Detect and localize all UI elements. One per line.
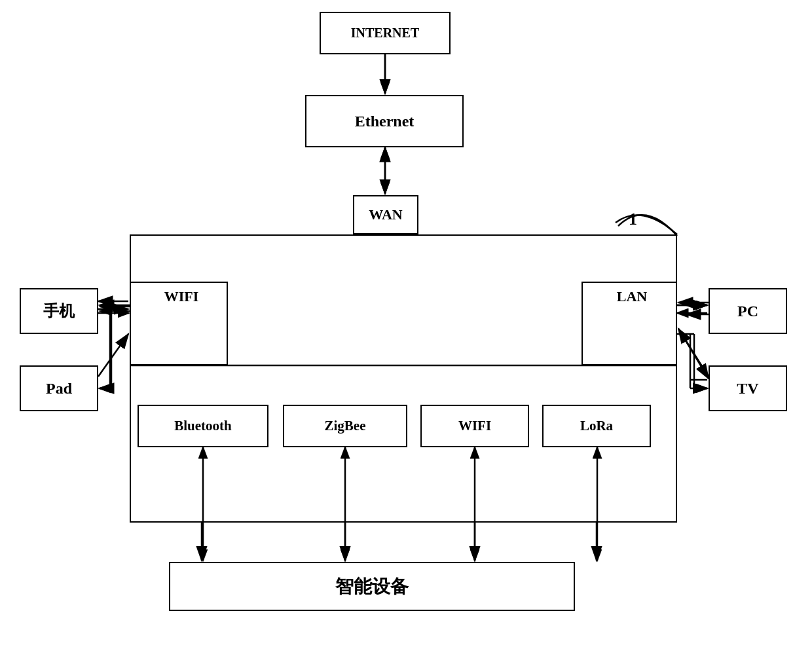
svg-line-29 [678, 329, 709, 377]
svg-line-25 [98, 341, 128, 386]
bluetooth-box: Bluetooth [138, 405, 268, 447]
wifi-inner-box: WIFI [130, 282, 228, 365]
label-1: 1 [629, 210, 637, 229]
main-gateway-box [130, 234, 677, 523]
wan-box: WAN [353, 195, 418, 234]
svg-line-27 [678, 321, 709, 377]
svg-line-24 [98, 334, 128, 377]
pc-box: PC [709, 288, 787, 334]
wifi2-box: WIFI [420, 405, 529, 447]
tv-box: TV [709, 365, 787, 411]
internet-box: INTERNET [320, 12, 451, 54]
svg-line-48 [677, 341, 707, 377]
lan-inner-box: LAN [581, 282, 677, 365]
zigbee-box: ZigBee [283, 405, 407, 447]
smart-devices-box: 智能设备 [169, 562, 575, 611]
svg-line-41 [98, 341, 129, 382]
lora-box: LoRa [542, 405, 651, 447]
pad-box: Pad [20, 365, 98, 411]
svg-line-28 [678, 329, 709, 379]
ethernet-box: Ethernet [305, 95, 464, 147]
network-diagram: INTERNET Ethernet WAN WIFI LAN Bluetooth… [0, 0, 812, 666]
phone-box: 手机 [20, 288, 98, 334]
